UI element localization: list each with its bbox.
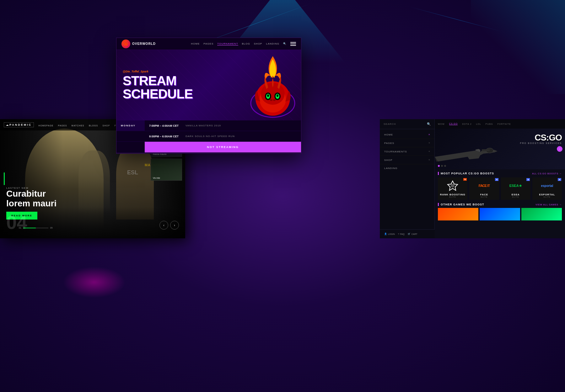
faceit-boost-name: FACE — [471, 193, 497, 196]
rank-boost-name: RANK BOOSTING — [440, 193, 465, 196]
hamburger-line-3 — [290, 45, 296, 46]
schedule-row-3: NOT STREAMING — [116, 142, 301, 152]
dot-2[interactable] — [441, 165, 443, 167]
menu-items-list: HOME × PAGES + TOURNAMENTS + SHOP + LAND… — [380, 129, 434, 173]
menu-blog[interactable]: BLOG — [242, 42, 250, 45]
menu-pages[interactable]: PAGES — [203, 42, 213, 45]
esportal-icon: esportal — [541, 179, 553, 192]
schedule-time-2: 9:00PM – 6:00AM CET — [145, 135, 186, 138]
faq-label: FAQ — [400, 233, 405, 235]
menu-item-landing[interactable]: LANDING — [380, 164, 434, 172]
game-thumb-2[interactable] — [480, 208, 520, 220]
mobile-menu-panel: SEARCH 🔍 HOME × PAGES + TOURNAMENTS + SH… — [380, 119, 435, 238]
menu-homepage[interactable]: HOMEPAGE — [38, 124, 53, 127]
pandemic-logo: ☁PANDEMIC — [4, 122, 34, 127]
menu-blogs[interactable]: BLOGS — [89, 124, 98, 127]
menu-item-shop[interactable]: SHOP + — [380, 156, 434, 164]
svg-point-9 — [267, 94, 269, 97]
menu-footer: 👤 LOGIN ? FAQ 🛒 CART — [380, 229, 435, 238]
menu-matches[interactable]: MATCHES — [72, 124, 84, 127]
boosts-header: MOST POPULAR CS:GO BOOSTS ALL CS:GO BOOS… — [438, 172, 562, 175]
other-games-header: OTHER GAMES WE BOOST VIEW ALL GAMES → — [438, 203, 562, 206]
overworld-nav: OVERWORLD HOME PAGES TOURNAMENT BLOG SHO… — [116, 38, 301, 50]
game-thumb-1[interactable] — [438, 208, 478, 220]
faceit-logo: FACE IT — [479, 184, 490, 188]
svg-rect-14 — [482, 149, 490, 151]
login-icon: 👤 — [384, 233, 387, 235]
prev-arrow[interactable]: ‹ — [159, 221, 168, 230]
pagination: 01 05 — [19, 227, 53, 229]
progress-fill — [4, 172, 5, 185]
menu-home[interactable]: HOME — [191, 42, 200, 45]
cart-item[interactable]: 🛒 CART — [408, 233, 417, 235]
login-item[interactable]: 👤 LOGIN — [384, 233, 395, 235]
boosts-title: MOST POPULAR CS:GO BOOSTS — [441, 172, 494, 175]
esea-icon: ESEA★ — [509, 179, 522, 192]
faceit-boost-tier: ELITE — [471, 196, 497, 198]
nav-dota2[interactable]: DOTA 2 — [462, 123, 471, 125]
nav-fortnite[interactable]: FORTNITE — [498, 123, 511, 125]
overworld-panel: OVERWORLD HOME PAGES TOURNAMENT BLOG SHO… — [116, 38, 301, 154]
search-icon-menu[interactable]: 🔍 — [427, 122, 431, 126]
schedule-day: MONDAY — [116, 120, 145, 131]
faceit-icon: FACE IT — [478, 179, 490, 192]
csgo-dot-nav — [438, 165, 446, 167]
menu-landing[interactable]: LANDING — [266, 42, 279, 45]
bg-pink-glow — [63, 267, 126, 298]
search-icon[interactable]: 🔍 — [283, 42, 287, 45]
other-games-grid — [438, 208, 562, 220]
schedule-time-1: 7:00PM – 4:00AM CET — [145, 124, 186, 127]
csgo-panel: WOW CS:GO DOTA 2 LOL PUBG FORTNITE CS:GO — [435, 119, 565, 238]
hamburger-line-2 — [290, 44, 296, 44]
pagination-bar — [23, 228, 48, 228]
hero-title-left: Curabiturlorem mauri — [6, 189, 56, 209]
overworld-logo: OVERWORLD — [121, 40, 156, 48]
boost-faceit[interactable]: ★ FACE IT FACE ELITE — [469, 177, 499, 200]
boost-badge-esportal: ★ — [558, 178, 561, 181]
nav-csgo[interactable]: CS:GO — [449, 123, 458, 125]
schedule-event-1: VANILLA MASTERS 2019 — [186, 124, 301, 127]
dot-3[interactable] — [444, 165, 446, 167]
boost-esea[interactable]: ★ ESEA★ ESEA ELITE — [501, 177, 530, 200]
csgo-hero: CS:GO PRO BOOSTING SERVICES › — [435, 129, 565, 169]
dot-1[interactable] — [438, 165, 440, 167]
pagination-fill — [23, 228, 36, 228]
schedule-section: MONDAY 7:00PM – 4:00AM CET VANILLA MASTE… — [116, 120, 301, 152]
nav-lol[interactable]: LOL — [476, 123, 481, 125]
nav-arrows: ‹ › — [159, 221, 179, 230]
schedule-row-2: 9:00PM – 6:00AM CET DARK SOULS NO-HIT SP… — [116, 131, 301, 142]
pagination-end: 05 — [50, 227, 53, 229]
csgo-nav-arrow[interactable]: › — [557, 146, 562, 152]
menu-shop[interactable]: SHOP — [254, 42, 262, 45]
next-arrow[interactable]: › — [170, 221, 179, 230]
boosts-link[interactable]: ALL CS:GO BOOSTS → — [532, 172, 562, 175]
nav-pubg[interactable]: PUBG — [486, 123, 493, 125]
csgo-nav: WOW CS:GO DOTA 2 LOL PUBG FORTNITE — [435, 119, 565, 129]
player-3 — [78, 151, 110, 213]
nav-wow[interactable]: WOW — [438, 123, 445, 125]
csgo-main-title: CS:GO — [520, 133, 562, 142]
login-label: LOGIN — [388, 233, 395, 235]
menu-item-home[interactable]: HOME × — [380, 130, 434, 139]
menu-shop[interactable]: SHOP — [103, 124, 110, 127]
boost-rank[interactable]: % RANK BOOSTING ELITE — [438, 177, 467, 200]
menu-tournament[interactable]: TOURNAMENT — [217, 42, 238, 45]
faq-item[interactable]: ? FAQ — [398, 233, 405, 235]
svg-point-11 — [270, 99, 272, 101]
hamburger-line-1 — [290, 42, 296, 43]
csgo-title-block: CS:GO PRO BOOSTING SERVICES — [520, 133, 562, 144]
hamburger-menu[interactable] — [290, 42, 296, 46]
boosts-grid: % RANK BOOSTING ELITE ★ FACE IT — [438, 177, 562, 200]
other-games-link[interactable]: VIEW ALL GAMES → — [535, 204, 562, 206]
menu-item-tournaments[interactable]: TOURNAMENTS + — [380, 147, 434, 156]
menu-pages[interactable]: PAGES — [58, 124, 67, 127]
esl-logo: ESL — [127, 169, 138, 176]
overworld-menu: HOME PAGES TOURNAMENT BLOG SHOP LANDING … — [191, 42, 296, 46]
game-thumb-3[interactable] — [521, 208, 562, 220]
rank-icon — [446, 179, 459, 192]
svg-point-12 — [273, 99, 276, 101]
menu-home-close: × — [428, 133, 430, 136]
menu-item-pages[interactable]: PAGES + — [380, 139, 434, 147]
faq-icon: ? — [398, 233, 399, 235]
boost-esportal[interactable]: ★ esportal ESPORTAL ELITE — [532, 177, 562, 200]
